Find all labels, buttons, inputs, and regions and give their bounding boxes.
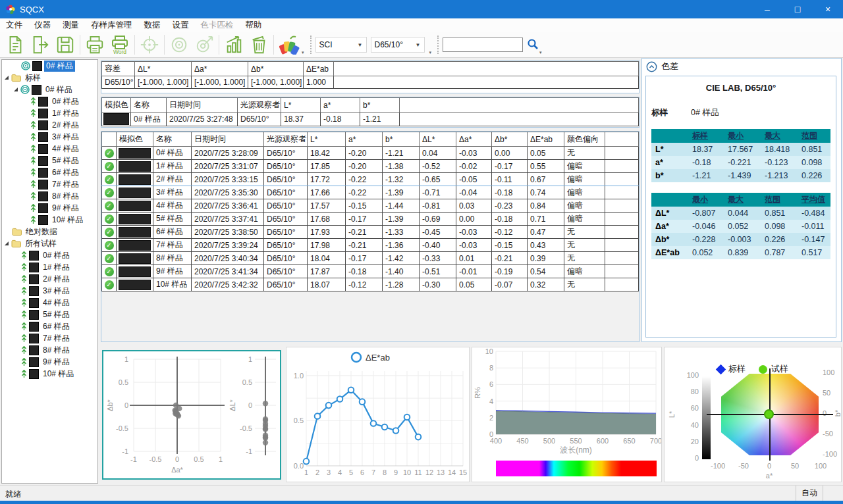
svg-text:波长(nm): 波长(nm)	[560, 445, 592, 455]
color-swatch	[38, 168, 48, 178]
tree-item[interactable]: 1# 样品	[2, 261, 97, 273]
scatter-chart-panel[interactable]: -1-0.500.51-1-0.500.51Δa*Δb*-1-0.500.51Δ…	[102, 350, 281, 480]
lab-wheel-chart-panel[interactable]: 标样试样020406080100L*-100-50050100b*-100-50…	[664, 347, 842, 482]
tree-item[interactable]: 2# 样品	[2, 273, 97, 285]
deltae-trend-chart-panel[interactable]: ΔE*ab0.00.51.0123456789101112131415	[286, 347, 470, 482]
tree-item[interactable]: 8# 样品	[2, 344, 97, 356]
table-row[interactable]: ✓7# 样品2020/7/25 3:39:24D65/10°17.98-0.21…	[102, 239, 639, 252]
toolbar-overflow-icon[interactable]: ▾	[429, 50, 432, 55]
status-cell	[825, 486, 843, 501]
close-button[interactable]: ×	[813, 0, 843, 18]
table-row[interactable]: ✓6# 样品2020/7/25 3:38:50D65/10°17.93-0.21…	[102, 226, 639, 239]
tree-item[interactable]: 0# 样品	[2, 60, 97, 72]
table-row[interactable]: ✓1# 样品2020/7/25 3:31:07D65/10°17.85-0.20…	[102, 160, 639, 173]
column-header: L*	[281, 98, 321, 113]
b-axis-tick: 0	[823, 409, 827, 417]
export-word-icon: Word	[109, 35, 130, 55]
tree-item[interactable]: 5# 样品	[2, 309, 97, 320]
export-report-icon	[30, 35, 50, 55]
tree-item-label: 10# 样品	[50, 214, 85, 226]
tree-item-label: 0# 样品	[50, 96, 81, 107]
save-button[interactable]	[53, 34, 78, 56]
tree-item[interactable]: 2# 样品	[2, 119, 97, 131]
svg-text:ΔL*: ΔL*	[229, 399, 236, 411]
illuminant-select[interactable]: D65/10°▼	[371, 37, 425, 53]
delete-button[interactable]	[246, 34, 271, 56]
tree-item[interactable]: 0# 样品	[2, 95, 97, 107]
menu-item-3[interactable]: 测量	[57, 18, 85, 32]
table-row[interactable]: D65/10°[-1.000, 1.000][-1.000, 1.000][-1…	[102, 76, 639, 89]
auto-button[interactable]: 自动	[796, 486, 823, 501]
cielab-title: CIE LAB, D65/10°	[651, 83, 830, 93]
tree-item[interactable]: 标样	[2, 72, 97, 84]
table-row[interactable]: ✓0# 样品2020/7/25 3:28:09D65/10°18.42-0.20…	[102, 147, 639, 160]
color-swatch	[119, 201, 151, 211]
minimize-button[interactable]: –	[752, 0, 782, 18]
svg-text:14: 14	[448, 468, 456, 476]
tree-expander-icon[interactable]	[14, 88, 18, 91]
table-row[interactable]: ✓10# 样品2020/7/25 3:42:32D65/10°18.07-0.1…	[102, 278, 639, 291]
tree-expander-icon[interactable]	[5, 241, 9, 245]
export-word-button[interactable]: Word	[107, 34, 132, 56]
tree-item[interactable]: 0# 样品	[2, 84, 97, 95]
tree-item-label: 5# 样品	[41, 309, 72, 320]
menu-item-5[interactable]: 数据	[138, 18, 167, 32]
table-row[interactable]: ✓2# 样品2020/7/25 3:33:15D65/10°17.72-0.22…	[102, 173, 639, 186]
column-header: a*	[346, 132, 383, 147]
a-axis-tick: 0	[760, 462, 778, 470]
tree-item[interactable]: 4# 样品	[2, 297, 97, 309]
menu-item-7[interactable]: 色卡匹检	[195, 18, 240, 32]
svg-text:-1: -1	[130, 455, 137, 463]
tree-item[interactable]: 6# 样品	[2, 166, 97, 178]
tree-item[interactable]: 3# 样品	[2, 285, 97, 297]
collapse-icon[interactable]	[646, 61, 657, 72]
print-button[interactable]	[82, 34, 107, 56]
tree-item[interactable]: 7# 样品	[2, 178, 97, 190]
column-header	[400, 98, 639, 113]
export-report-button[interactable]	[28, 34, 53, 56]
tree-item[interactable]: 4# 样品	[2, 143, 97, 155]
new-document-button[interactable]	[3, 34, 28, 56]
tree-item[interactable]: 1# 样品	[2, 107, 97, 119]
tree-item[interactable]: 3# 样品	[2, 131, 97, 143]
tree-item[interactable]: 9# 样品	[2, 356, 97, 368]
tree-item[interactable]: 6# 样品	[2, 320, 97, 332]
table-row[interactable]: ✓3# 样品2020/7/25 3:35:30D65/10°17.66-0.22…	[102, 186, 639, 199]
menu-item-1[interactable]: 文件	[0, 18, 28, 32]
statistics-button[interactable]	[221, 34, 246, 56]
table-row[interactable]: ✓9# 样品2020/7/25 3:41:34D65/10°17.87-0.18…	[102, 265, 639, 278]
maximize-button[interactable]: □	[782, 0, 813, 18]
color-cards-button[interactable]	[276, 34, 301, 56]
tree-item[interactable]: 5# 样品	[2, 155, 97, 166]
menu-item-8[interactable]: 帮助	[240, 18, 268, 32]
tree-item-label: 4# 样品	[50, 143, 81, 155]
tree-item[interactable]: 10# 样品	[2, 368, 97, 380]
tree-item[interactable]: 7# 样品	[2, 332, 97, 344]
menu-item-2[interactable]: 仪器	[28, 18, 57, 32]
search-input[interactable]	[443, 38, 523, 52]
toolbar-overflow-icon[interactable]: ▾	[539, 50, 542, 55]
tree-item[interactable]: 绝对数据	[2, 226, 97, 238]
sample-icon	[30, 215, 36, 224]
tree-expander-icon[interactable]	[5, 76, 9, 80]
toolbar-overflow-icon[interactable]: ▾	[302, 50, 304, 55]
tree-item[interactable]: 所有试样	[2, 238, 97, 249]
menu-item-4[interactable]: 存样库管理	[85, 18, 138, 32]
table-row[interactable]: ✓4# 样品2020/7/25 3:36:41D65/10°17.57-0.15…	[102, 199, 639, 213]
search-icon[interactable]	[527, 38, 539, 52]
reflectance-chart-panel[interactable]: 0246810400450500550600650700波长(nm)R%	[472, 347, 662, 482]
tree-item[interactable]: 8# 样品	[2, 190, 97, 202]
table-row[interactable]: 0# 样品2020/7/25 3:27:48D65/10°18.37-0.18-…	[102, 113, 639, 126]
calibration-button	[137, 34, 162, 56]
tree-item[interactable]: 0# 样品	[2, 249, 97, 261]
tree-item[interactable]: 10# 样品	[2, 214, 97, 226]
menu-item-6[interactable]: 设置	[167, 18, 195, 32]
table-row[interactable]: ✓8# 样品2020/7/25 3:40:34D65/10°18.04-0.17…	[102, 252, 639, 265]
tree-item[interactable]: 9# 样品	[2, 202, 97, 214]
color-swatch	[119, 188, 151, 198]
color-swatch	[103, 113, 129, 125]
svg-text:6: 6	[360, 468, 364, 476]
table-row[interactable]: ✓5# 样品2020/7/25 3:37:41D65/10°17.68-0.17…	[102, 213, 639, 226]
toolbar-separator	[219, 35, 219, 55]
mode-select[interactable]: SCI▼	[315, 37, 367, 53]
